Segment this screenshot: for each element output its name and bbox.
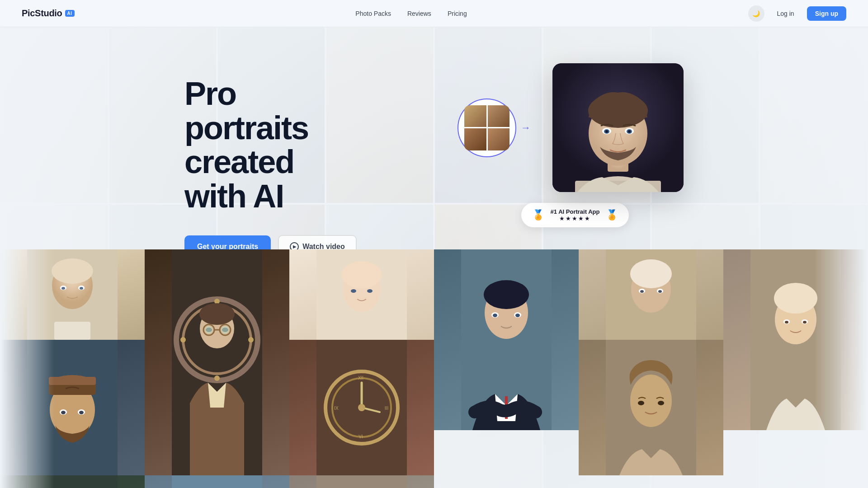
gallery-item <box>289 475 434 488</box>
hero-title-line3: created <box>184 144 294 180</box>
award-title: #1 AI Portrait App <box>551 208 600 215</box>
gallery-item: Nature <box>0 475 145 488</box>
portrait-card <box>552 63 684 192</box>
gallery-item: XII III VI IX <box>289 340 434 475</box>
gallery-item <box>434 249 579 430</box>
input-photos-circle: → <box>458 99 516 157</box>
brand-badge: AI <box>65 10 75 17</box>
nav-links: Photo Packs Reviews Pricing <box>355 10 467 17</box>
input-photos-grid <box>464 105 509 150</box>
hero-content: Pro portraits created with AI Get your p… <box>163 27 705 258</box>
hero-section: Pro portraits created with AI Get your p… <box>0 0 868 488</box>
hero-title-line4: with AI <box>184 178 283 214</box>
svg-point-34 <box>205 326 212 333</box>
gallery-item <box>723 249 868 430</box>
navbar: PicStudio AI Photo Packs Reviews Pricing… <box>0 0 868 27</box>
gallery-item <box>579 249 723 340</box>
hero-right: → <box>467 63 684 227</box>
svg-point-51 <box>630 259 672 288</box>
svg-point-71 <box>79 411 84 414</box>
gallery-item <box>145 475 289 488</box>
nav-actions: 🌙 Log in Sign up <box>748 5 846 22</box>
laurel-left-icon: 🏅 <box>532 209 544 221</box>
gallery-item <box>579 340 723 475</box>
svg-point-60 <box>785 321 788 324</box>
input-photo-2 <box>488 105 510 127</box>
svg-text:IX: IX <box>334 406 339 411</box>
svg-point-55 <box>658 290 662 293</box>
gallery-grid: XII III VI IX <box>0 249 868 488</box>
hero-title-line2: portraits <box>184 110 308 146</box>
svg-point-77 <box>358 404 365 411</box>
svg-point-8 <box>605 130 608 133</box>
svg-point-16 <box>61 287 65 290</box>
svg-point-84 <box>638 401 644 405</box>
svg-point-39 <box>351 289 356 293</box>
nav-pricing[interactable]: Pricing <box>448 10 467 17</box>
svg-point-58 <box>774 283 817 314</box>
svg-point-40 <box>367 289 373 293</box>
svg-text:XII: XII <box>358 375 363 380</box>
logo[interactable]: PicStudio AI <box>22 8 75 19</box>
hero-title: Pro portraits created with AI <box>184 77 439 213</box>
hero-title-line1: Pro <box>184 75 236 112</box>
input-photo-4 <box>488 128 510 150</box>
gallery-item <box>0 249 145 340</box>
svg-point-14 <box>52 258 93 284</box>
svg-point-47 <box>515 314 520 317</box>
svg-rect-104 <box>316 475 407 488</box>
svg-point-53 <box>640 290 644 293</box>
award-text: #1 AI Portrait App ★★★★★ <box>551 208 600 222</box>
svg-point-38 <box>342 261 382 288</box>
arrow-icon: → <box>521 122 531 134</box>
circle-border <box>458 99 516 157</box>
svg-point-62 <box>803 321 807 324</box>
svg-point-35 <box>222 326 229 333</box>
gallery-item <box>145 249 289 475</box>
svg-point-83 <box>630 375 672 427</box>
svg-point-26 <box>180 337 186 343</box>
login-button[interactable]: Log in <box>770 6 802 21</box>
laurel-right-icon: 🏅 <box>606 209 618 221</box>
svg-text:VI: VI <box>359 434 363 439</box>
portrait-illustration <box>552 63 684 192</box>
hero-left: Pro portraits created with AI Get your p… <box>184 63 439 258</box>
svg-point-43 <box>484 280 529 309</box>
input-photo-3 <box>464 128 486 150</box>
theme-toggle-button[interactable]: 🌙 <box>748 5 764 22</box>
gallery-item <box>0 340 145 475</box>
nav-reviews[interactable]: Reviews <box>407 10 431 17</box>
svg-point-69 <box>61 411 66 414</box>
nav-photo-packs[interactable]: Photo Packs <box>355 10 391 17</box>
svg-point-18 <box>80 287 83 290</box>
svg-point-24 <box>248 337 254 343</box>
svg-point-25 <box>214 375 220 381</box>
svg-text:III: III <box>385 406 388 411</box>
svg-point-85 <box>658 401 664 405</box>
input-photo-1 <box>464 105 486 127</box>
portrait-demo: → <box>467 63 684 192</box>
svg-rect-86 <box>27 475 118 488</box>
svg-point-11 <box>628 130 631 133</box>
brand-name: PicStudio <box>22 8 62 19</box>
svg-rect-19 <box>54 322 90 340</box>
award-stars: ★★★★★ <box>551 215 600 222</box>
svg-rect-67 <box>49 377 96 385</box>
gallery-section: XII III VI IX <box>0 249 868 488</box>
signup-button[interactable]: Sign up <box>807 6 846 21</box>
gallery-item <box>289 249 434 340</box>
svg-point-45 <box>493 314 497 317</box>
svg-rect-89 <box>172 475 262 488</box>
svg-point-28 <box>199 303 235 325</box>
award-badge: 🏅 #1 AI Portrait App ★★★★★ 🏅 <box>521 203 629 227</box>
